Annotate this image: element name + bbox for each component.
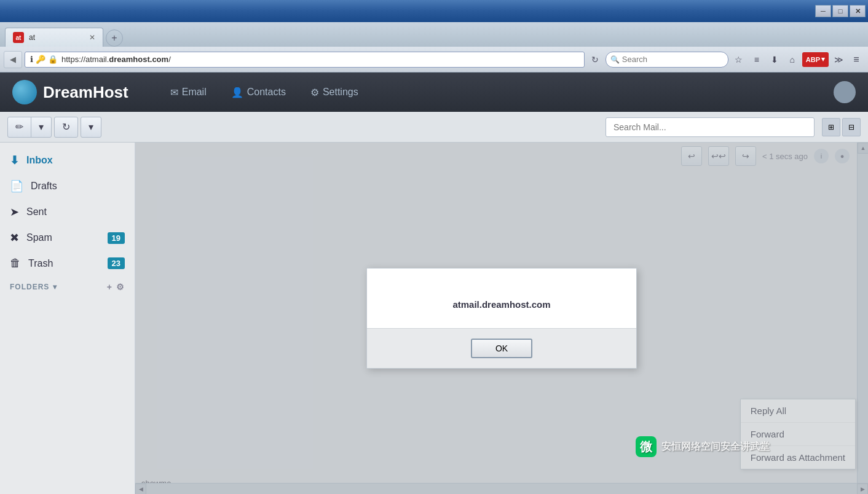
folder-settings-icon[interactable]: ⚙ [116,282,125,292]
folder-dropdown-icon: ▾ [89,121,93,133]
app-nav: ✉ Email 👤 Contacts ⚙ Settings [165,83,363,102]
app-header: DreamHost ✉ Email 👤 Contacts ⚙ Settings [0,73,868,112]
info-icon: ℹ [30,55,33,64]
compose-icon: ✏ [15,121,23,133]
browser-search-input[interactable] [606,52,728,68]
drafts-icon: 📄 [10,179,23,193]
browser-titlebar: ─ □ ✕ [0,0,868,22]
layout-button-1[interactable]: ⊞ [822,118,840,136]
contacts-icon: 👤 [231,87,243,98]
modal-content: atmail.dreamhost.com [367,269,636,328]
download-button[interactable]: ⬇ [767,52,783,68]
tab-title: at [29,33,35,42]
sent-icon: ➤ [10,205,19,219]
folders-section: FOLDERS ▾ + ⚙ [0,276,135,294]
nav-email[interactable]: ✉ Email [165,83,211,102]
refresh-button[interactable]: ↻ [54,117,78,138]
email-icon: ✉ [170,87,178,98]
spam-badge: 19 [108,232,125,244]
refresh-icon: ↻ [62,121,70,133]
tab-close-button[interactable]: ✕ [89,33,95,42]
reload-button[interactable]: ↻ [587,52,603,68]
drafts-label: Drafts [31,181,57,192]
star-button[interactable]: ☆ [731,52,747,68]
url-text: https://atmail.dreamhost.com/ [61,55,171,64]
watermark: 微 安恒网络空间安全讲武堂 [636,436,770,457]
sidebar-item-drafts[interactable]: 📄 Drafts [0,173,135,199]
tab-favicon: at [13,32,24,43]
key-icon: 🔑 [36,55,45,64]
abp-button[interactable]: ABP ▾ [802,52,829,67]
settings-icon: ⚙ [310,87,319,98]
trash-badge: 23 [108,257,125,269]
sidebar-item-spam[interactable]: ✖ Spam 19 [0,225,135,251]
compose-button[interactable]: ✏ [7,117,31,138]
toolbar: ✏ ▾ ↻ ▾ ⊞ ⊟ [0,112,868,143]
sidebar-item-inbox[interactable]: ⬇ Inbox [0,147,135,173]
compose-group: ✏ ▾ [7,117,52,138]
ok-button[interactable]: OK [471,339,532,358]
minimize-button[interactable]: ─ [815,5,831,17]
dialog-message: atmail.dreamhost.com [452,299,550,310]
abp-label: ABP [806,56,820,63]
watermark-icon: 微 [636,436,657,457]
browser-search-wrap: 🔍 [606,52,728,68]
new-tab-button[interactable]: + [106,29,123,47]
home-button[interactable]: ⌂ [784,52,800,68]
app-wrapper: DreamHost ✉ Email 👤 Contacts ⚙ Settings … [0,73,868,494]
browser-navbar: ◀ ℹ 🔑 🔒 https://atmail.dreamhost.com/ ↻ … [0,47,868,73]
email-label: Email [182,87,207,98]
layout-button-2[interactable]: ⊟ [842,118,861,136]
abp-arrow-icon: ▾ [821,55,825,63]
settings-label: Settings [323,87,358,98]
url-bar[interactable]: ℹ 🔑 🔒 https://atmail.dreamhost.com/ [25,52,585,68]
more-button[interactable]: ≫ [831,52,846,68]
search-icon: 🔍 [610,55,620,64]
spam-icon: ✖ [10,231,19,245]
modal-footer: OK [367,328,636,368]
filter-icon: ▾ [39,121,44,133]
lock-icon: 🔒 [48,55,58,64]
filter-button[interactable]: ▾ [31,117,52,138]
watermark-text: 安恒网络空间安全讲武堂 [661,441,770,453]
maximize-button[interactable]: □ [832,5,848,17]
modal-dialog: atmail.dreamhost.com OK [366,268,637,369]
add-folder-icon[interactable]: + [107,282,112,292]
sidebar: ⬇ Inbox 📄 Drafts ➤ Sent ✖ Spam 19 🗑 Tras… [0,143,135,494]
trash-icon: 🗑 [10,257,21,270]
browser-tabbar: at at ✕ + [0,22,868,47]
contacts-label: Contacts [247,87,286,98]
dreamhost-logo: DreamHost [12,80,128,104]
folders-icons: + ⚙ [107,282,125,292]
menu-button[interactable]: ≡ [848,52,864,68]
sidebar-item-sent[interactable]: ➤ Sent [0,199,135,225]
back-button[interactable]: ◀ [4,51,22,68]
close-button[interactable]: ✕ [850,5,866,17]
browser-tab[interactable]: at at ✕ [5,28,103,47]
inbox-label: Inbox [26,155,53,166]
search-mail-input[interactable] [606,117,815,137]
logo-text: DreamHost [43,83,128,102]
sidebar-item-trash[interactable]: 🗑 Trash 23 [0,251,135,276]
trash-label: Trash [28,258,53,269]
url-security-icons: ℹ 🔑 🔒 [30,55,58,64]
logo-circle [12,80,37,104]
nav-icons: ☆ ≡ ⬇ ⌂ ABP ▾ ≫ ≡ [731,52,864,68]
folders-arrow-icon: ▾ [53,283,57,291]
nav-settings[interactable]: ⚙ Settings [306,83,363,102]
header-right [834,81,856,103]
folders-label: FOLDERS [10,283,49,291]
folder-dropdown-button[interactable]: ▾ [81,117,101,138]
nav-contacts[interactable]: 👤 Contacts [226,83,291,102]
sent-label: Sent [26,206,47,218]
user-avatar[interactable] [834,81,856,103]
back-icon: ◀ [10,55,16,64]
reader-button[interactable]: ≡ [749,52,765,68]
inbox-icon: ⬇ [10,154,19,167]
layout-buttons: ⊞ ⊟ [822,118,861,136]
spam-label: Spam [26,232,52,243]
